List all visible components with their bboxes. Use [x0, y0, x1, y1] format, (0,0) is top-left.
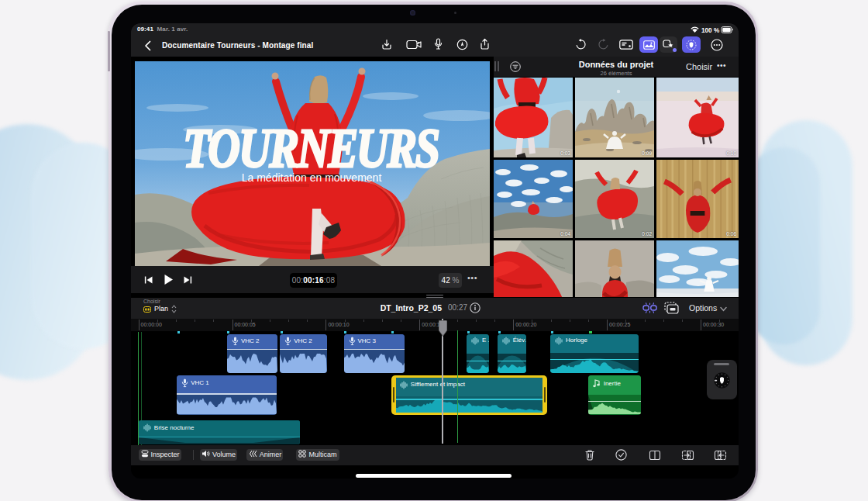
svg-text:La méditation en mouvement: La méditation en mouvement: [241, 171, 381, 184]
svg-text:100 %: 100 %: [701, 27, 720, 33]
svg-text:TOURNEURS: TOURNEURS: [183, 117, 439, 178]
